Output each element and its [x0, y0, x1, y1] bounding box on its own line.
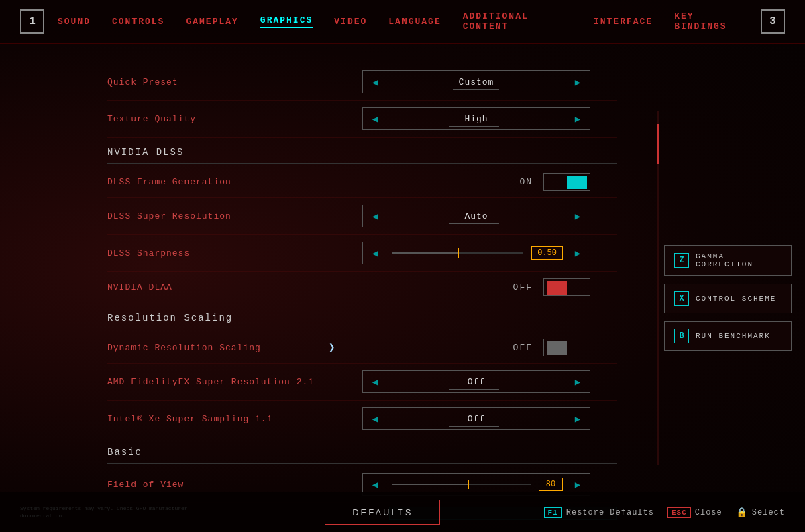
scrollbar-track — [657, 111, 659, 465]
nav-item-key-bindings[interactable]: KEY BINDINGS — [674, 11, 747, 32]
main-content: Quick Preset ◀ Custom ▶ Texture Quality … — [0, 44, 805, 532]
run-benchmark-key: B — [674, 329, 689, 343]
nav-bracket-left[interactable]: 1 — [20, 9, 44, 34]
dynamic-res-scaling-control: OFF — [322, 339, 590, 356]
amd-fsr-next[interactable]: ▶ — [566, 370, 590, 393]
field-of-view-fill — [392, 484, 468, 485]
nvidia-dlaa-toggle-fill — [547, 281, 567, 295]
dlss-sharpness-control: ◀ 0.50 ▶ — [322, 242, 590, 264]
intel-xe-selector[interactable]: ◀ Off ▶ — [362, 407, 590, 430]
amd-fsr-row: AMD FidelityFX Super Resolution 2.1 ◀ Of… — [107, 364, 617, 401]
dlss-sharpness-fill — [392, 252, 458, 254]
dynamic-res-scaling-toggle-fill — [547, 341, 567, 355]
nav-item-gameplay[interactable]: GAMEPLAY — [186, 17, 238, 27]
nav-item-interface[interactable]: INTERFACE — [594, 17, 653, 27]
nvidia-dlaa-toggle-container: OFF — [513, 278, 590, 296]
lock-icon: 🔒 — [736, 507, 748, 518]
dlss-super-res-selector[interactable]: ◀ Auto ▶ — [362, 205, 590, 227]
quick-preset-prev[interactable]: ◀ — [363, 70, 387, 93]
texture-quality-row: Texture Quality ◀ High ▶ — [107, 101, 617, 138]
amd-fsr-control: ◀ Off ▶ — [322, 370, 590, 393]
nav-items: SOUND CONTROLS GAMEPLAY GRAPHICS VIDEO L… — [58, 11, 747, 32]
dlss-super-res-control: ◀ Auto ▶ — [322, 205, 590, 227]
texture-quality-label: Texture Quality — [107, 114, 322, 124]
dlss-sharpness-track — [392, 252, 523, 254]
nvidia-dlaa-label: NVIDIA DLAA — [107, 282, 322, 292]
intel-xe-row: Intel® Xe Super Sampling 1.1 ◀ Off ▶ — [107, 401, 617, 437]
amd-fsr-prev[interactable]: ◀ — [363, 370, 387, 393]
dlss-super-res-row: DLSS Super Resolution ◀ Auto ▶ — [107, 198, 617, 235]
dlss-frame-gen-row: DLSS Frame Generation ON — [107, 166, 617, 198]
dlss-sharpness-handle — [458, 248, 459, 258]
nav-item-controls[interactable]: CONTROLS — [112, 17, 164, 27]
quick-preset-label: Quick Preset — [107, 77, 322, 87]
amd-fsr-label: AMD FidelityFX Super Resolution 2.1 — [107, 377, 322, 387]
quick-preset-row: Quick Preset ◀ Custom ▶ — [107, 64, 617, 101]
esc-key: ESC — [667, 507, 691, 518]
dynamic-res-scaling-toggle[interactable] — [543, 339, 590, 356]
settings-panel: Quick Preset ◀ Custom ▶ Texture Quality … — [0, 44, 657, 532]
gamma-correction-button[interactable]: Z GAMMA CORRECTION — [664, 245, 792, 276]
dlss-sharpness-prev[interactable]: ◀ — [363, 242, 387, 264]
scrollbar[interactable] — [655, 111, 661, 465]
bottom-info-text: System requirements may vary. Check GPU … — [20, 505, 221, 519]
texture-quality-value: High — [387, 114, 566, 124]
defaults-button[interactable]: DEFAULTS — [325, 500, 440, 525]
run-benchmark-button[interactable]: B RUN BENCHMARK — [664, 321, 792, 351]
dlss-sharpness-next[interactable]: ▶ — [566, 242, 590, 264]
dlss-sharpness-slider[interactable]: ◀ 0.50 ▶ — [362, 242, 590, 264]
dlss-sharpness-value: 0.50 — [531, 246, 563, 260]
intel-xe-prev[interactable]: ◀ — [363, 407, 387, 430]
amd-fsr-selector[interactable]: ◀ Off ▶ — [362, 370, 590, 393]
control-scheme-key: X — [674, 291, 689, 306]
quick-preset-next[interactable]: ▶ — [566, 70, 590, 93]
nav-item-graphics[interactable]: GRAPHICS — [260, 15, 313, 28]
dlss-frame-gen-toggle-fill — [567, 176, 587, 189]
top-navigation: 1 SOUND CONTROLS GAMEPLAY GRAPHICS VIDEO… — [0, 0, 805, 44]
texture-quality-next[interactable]: ▶ — [566, 107, 590, 130]
select-action[interactable]: 🔒 Select — [736, 507, 785, 518]
nvidia-dlaa-control: OFF — [322, 278, 590, 296]
restore-defaults-action[interactable]: F1 Restore Defaults — [544, 507, 654, 518]
restore-defaults-label: Restore Defaults — [566, 508, 654, 517]
run-benchmark-label: RUN BENCHMARK — [696, 332, 771, 340]
intel-xe-value: Off — [387, 414, 566, 424]
dlss-frame-gen-toggle[interactable] — [543, 173, 590, 191]
nav-item-additional-content[interactable]: ADDITIONAL CONTENT — [463, 11, 572, 32]
gamma-correction-label: GAMMA CORRECTION — [696, 252, 782, 268]
amd-fsr-value: Off — [387, 377, 566, 387]
nav-item-sound[interactable]: SOUND — [58, 17, 91, 27]
intel-xe-next[interactable]: ▶ — [566, 407, 590, 430]
control-scheme-label: CONTROL SCHEME — [696, 295, 776, 303]
dlss-super-res-next[interactable]: ▶ — [566, 205, 590, 227]
close-action[interactable]: ESC Close — [667, 507, 722, 518]
dynamic-res-scaling-toggle-container: OFF — [513, 339, 590, 356]
texture-quality-control: ◀ High ▶ — [322, 107, 590, 130]
nvidia-dlss-section-header: NVIDIA DLSS — [107, 138, 617, 164]
cursor-indicator: ❯ — [329, 341, 335, 354]
scrollbar-thumb[interactable] — [657, 124, 659, 164]
nav-bracket-right[interactable]: 3 — [761, 9, 785, 34]
dlss-sharpness-label: DLSS Sharpness — [107, 248, 322, 258]
dlss-sharpness-row: DLSS Sharpness ◀ 0.50 ▶ — [107, 235, 617, 272]
basic-section-header: Basic — [107, 437, 617, 464]
nav-item-video[interactable]: VIDEO — [334, 17, 367, 27]
field-of-view-handle — [468, 480, 469, 489]
control-scheme-button[interactable]: X CONTROL SCHEME — [664, 284, 792, 313]
nvidia-dlaa-toggle[interactable] — [543, 278, 590, 296]
quick-preset-selector[interactable]: ◀ Custom ▶ — [362, 70, 590, 93]
dlss-super-res-label: DLSS Super Resolution — [107, 211, 322, 221]
dynamic-res-scaling-row: Dynamic Resolution Scaling ❯ OFF — [107, 332, 617, 364]
bottom-bar: System requirements may vary. Check GPU … — [0, 492, 805, 532]
f1-key: F1 — [544, 507, 562, 518]
dlss-frame-gen-toggle-container: ON — [519, 173, 590, 191]
texture-quality-selector[interactable]: ◀ High ▶ — [362, 107, 590, 130]
nav-item-language[interactable]: LANGUAGE — [388, 17, 441, 27]
dlss-frame-gen-control: ON — [322, 173, 590, 191]
dlss-super-res-prev[interactable]: ◀ — [363, 205, 387, 227]
intel-xe-label: Intel® Xe Super Sampling 1.1 — [107, 414, 322, 424]
resolution-scaling-section-header: Resolution Scaling — [107, 303, 617, 329]
texture-quality-prev[interactable]: ◀ — [363, 107, 387, 130]
field-of-view-value: 80 — [539, 478, 563, 491]
right-panel: Z GAMMA CORRECTION X CONTROL SCHEME B RU… — [657, 231, 805, 532]
